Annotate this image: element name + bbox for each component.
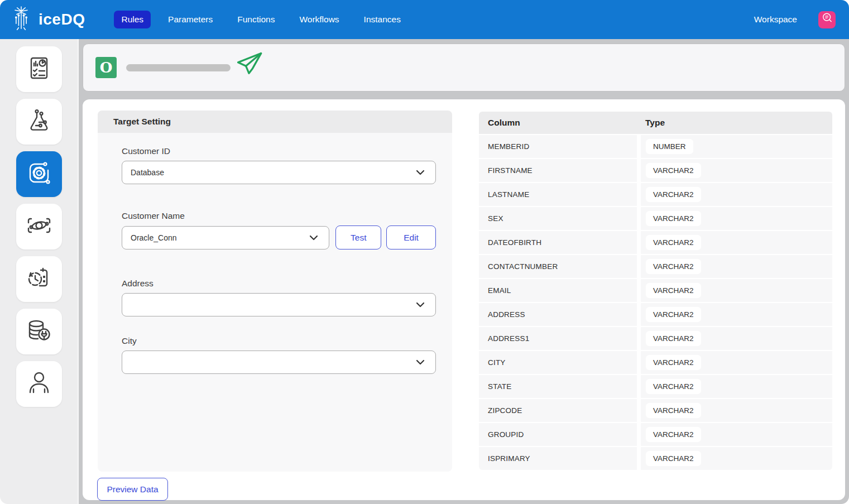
column-cell-text: ADDRESS (479, 303, 637, 326)
type-badge: VARCHAR2 (646, 187, 701, 202)
customer-name-select[interactable]: Oracle_Conn (122, 226, 329, 249)
nav-workflows[interactable]: Workflows (292, 11, 346, 28)
workspace-menu[interactable]: Workspace (754, 15, 797, 25)
type-cell: VARCHAR2 (641, 399, 832, 422)
chevron-down-icon (416, 358, 425, 367)
workspace-avatar-button[interactable] (818, 11, 836, 28)
schedule-history-icon (26, 265, 52, 294)
table-row: GROUPID VARCHAR2 (479, 423, 832, 446)
type-badge: VARCHAR2 (646, 355, 701, 370)
sidebar-item-profile[interactable] (16, 361, 62, 407)
target-setting-panel: Target Setting Customer ID Database (98, 111, 452, 472)
schema-table: Column Type MEMBERID NUMBER FIRSTNAME VA… (479, 112, 832, 471)
type-cell: VARCHAR2 (641, 423, 832, 446)
connection-progress-bar (126, 64, 231, 71)
column-cell-text: CITY (479, 351, 637, 374)
sidebar-item-settings[interactable] (16, 151, 62, 197)
table-row: DATEOFBIRTH VARCHAR2 (479, 231, 832, 254)
review-sync-icon (26, 212, 52, 241)
column-cell-text: SEX (479, 207, 637, 230)
type-cell: VARCHAR2 (641, 279, 832, 302)
customer-id-value: Database (131, 168, 164, 177)
type-cell: VARCHAR2 (641, 159, 832, 182)
settings-gear-icon (26, 160, 52, 189)
type-cell: VARCHAR2 (641, 375, 832, 398)
type-badge: VARCHAR2 (646, 379, 701, 394)
type-badge: VARCHAR2 (646, 451, 701, 466)
logo-text: iceDQ (39, 11, 85, 28)
search-document-icon (821, 12, 834, 27)
column-cell-text: LASTNAME (479, 183, 637, 206)
table-row: CONTACTNUMBER VARCHAR2 (479, 255, 832, 278)
schema-table-header: Column Type (479, 112, 832, 134)
type-cell: NUMBER (641, 135, 832, 158)
sidebar-item-connections[interactable] (16, 309, 62, 354)
chevron-down-icon (416, 168, 425, 177)
type-badge: VARCHAR2 (646, 307, 701, 322)
user-profile-icon (26, 369, 52, 399)
type-cell: VARCHAR2 (641, 327, 832, 350)
customer-name-field: Customer Name Oracle_Conn Test Edit (122, 211, 436, 249)
column-cell-text: CONTACTNUMBER (479, 255, 637, 278)
customer-id-field: Customer ID Database (122, 146, 436, 184)
paper-plane-icon[interactable] (234, 50, 263, 80)
lab-flask-icon (26, 107, 52, 136)
type-badge: VARCHAR2 (646, 427, 701, 442)
type-cell: VARCHAR2 (641, 255, 832, 278)
schema-table-body: MEMBERID NUMBER FIRSTNAME VARCHAR2 LASTN… (479, 135, 832, 470)
address-select[interactable] (122, 293, 436, 316)
type-badge: VARCHAR2 (646, 331, 701, 346)
customer-name-value: Oracle_Conn (131, 233, 177, 242)
column-cell-text: MEMBERID (479, 135, 637, 158)
table-row: FIRSTNAME VARCHAR2 (479, 159, 832, 182)
app-window: iceDQ Rules Parameters Functions Workflo… (0, 0, 849, 504)
customer-name-label: Customer Name (122, 211, 436, 221)
oracle-o-letter: O (100, 60, 113, 75)
type-badge: VARCHAR2 (646, 211, 701, 226)
content-panel: Target Setting Customer ID Database (83, 99, 845, 500)
type-cell: VARCHAR2 (641, 303, 832, 326)
table-row: LASTNAME VARCHAR2 (479, 183, 832, 206)
test-button[interactable]: Test (335, 225, 381, 249)
table-row: CITY VARCHAR2 (479, 351, 832, 374)
nav-parameters[interactable]: Parameters (161, 11, 220, 28)
table-row: MEMBERID NUMBER (479, 135, 832, 158)
sidebar-item-reports[interactable] (16, 46, 62, 92)
target-setting-title: Target Setting (98, 111, 452, 133)
sidebar-item-lab[interactable] (16, 99, 62, 145)
edit-button[interactable]: Edit (386, 225, 436, 249)
type-cell: VARCHAR2 (641, 183, 832, 206)
column-cell-text: ISPRIMARY (479, 447, 637, 470)
type-badge: VARCHAR2 (646, 163, 701, 178)
source-bar: O (83, 44, 845, 92)
type-badge: VARCHAR2 (646, 259, 701, 274)
city-select[interactable] (122, 351, 436, 374)
column-header: Column (479, 118, 641, 128)
table-row: STATE VARCHAR2 (479, 375, 832, 398)
preview-data-button[interactable]: Preview Data (97, 478, 168, 501)
customer-id-select[interactable]: Database (122, 161, 436, 184)
main-nav: Rules Parameters Functions Workflows Ins… (114, 11, 408, 28)
type-cell: VARCHAR2 (641, 231, 832, 254)
type-cell: VARCHAR2 (641, 447, 832, 470)
icedq-logo[interactable]: iceDQ (9, 4, 85, 35)
city-label: City (122, 336, 436, 346)
type-header: Type (641, 118, 665, 128)
sidebar-item-schedule[interactable] (16, 256, 62, 302)
nav-rules[interactable]: Rules (114, 11, 151, 28)
sidebar-item-review[interactable] (16, 204, 62, 249)
type-badge: VARCHAR2 (646, 403, 701, 418)
table-row: SEX VARCHAR2 (479, 207, 832, 230)
table-row: ZIPCODE VARCHAR2 (479, 399, 832, 422)
table-row: ADDRESS1 VARCHAR2 (479, 327, 832, 350)
type-badge: VARCHAR2 (646, 235, 701, 250)
nav-functions[interactable]: Functions (230, 11, 282, 28)
type-cell: VARCHAR2 (641, 207, 832, 230)
city-field: City (122, 336, 436, 374)
column-cell-text: DATEOFBIRTH (479, 231, 637, 254)
top-header: iceDQ Rules Parameters Functions Workflo… (0, 0, 849, 39)
nav-instances[interactable]: Instances (357, 11, 408, 28)
table-row: ISPRIMARY VARCHAR2 (479, 447, 832, 470)
type-badge: NUMBER (646, 139, 693, 154)
main-area: O Target Setting (79, 39, 849, 504)
